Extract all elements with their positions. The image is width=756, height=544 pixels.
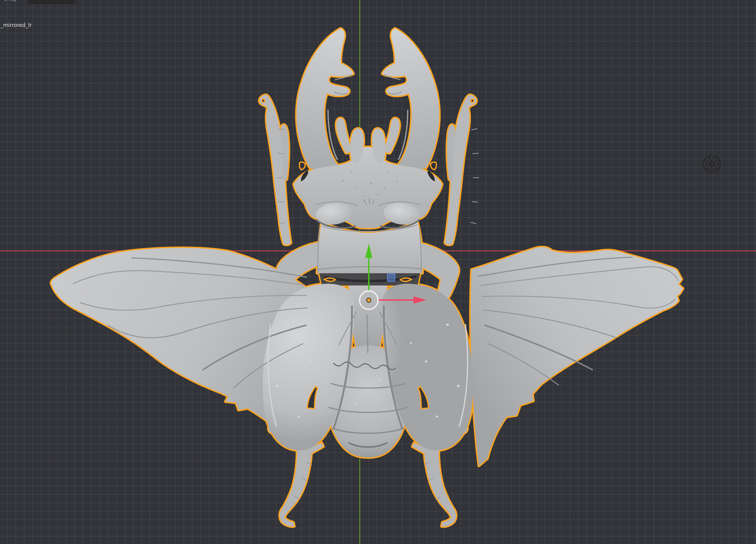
drag-label: Drag [4,0,16,2]
3d-viewport[interactable]: Drag _mirrored_lr [0,0,756,544]
beetle-body [51,29,683,527]
empty-center-diamond [710,162,714,166]
viewport-canvas [0,0,756,544]
beetle-model[interactable] [51,29,683,527]
tool-select-box-button[interactable] [28,0,75,3]
object-origin-dot[interactable] [367,298,371,302]
active-object-name-label: _mirrored_lr [1,22,32,28]
empty-sphere-object[interactable] [704,156,720,173]
gizmo-plane-xy-handle[interactable] [388,274,395,281]
